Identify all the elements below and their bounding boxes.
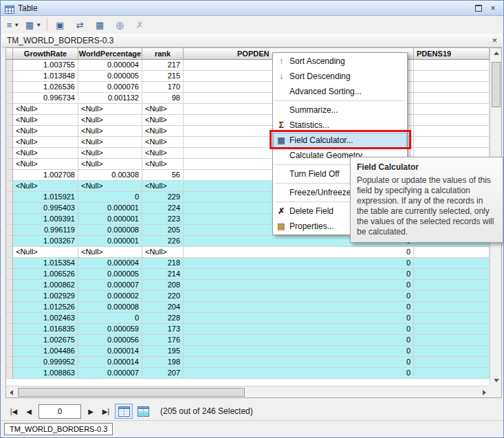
related-tables-button[interactable]: ▦▼ [23,17,43,33]
cell-popdens19[interactable] [414,258,490,269]
cell-worldpercentage[interactable]: <Null> [78,181,142,192]
row-selector[interactable] [6,181,13,192]
last-record-button[interactable]: ▶| [98,404,113,418]
cell-growthrate[interactable]: 1.013848 [13,71,78,82]
row-selector[interactable] [6,324,13,335]
cell-popden[interactable]: 0 [184,291,414,302]
bottom-tab-tm-world-borders[interactable]: TM_WORLD_BORDERS-0.3 [4,423,113,435]
table-row[interactable]: 1.003755 0.000004 217 [6,60,490,71]
cell-rank[interactable]: 204 [142,302,184,313]
cell-rank[interactable]: 195 [142,346,184,357]
table-row[interactable]: 1.004486 0.000014 195 0 [6,346,490,357]
row-selector[interactable] [6,93,13,104]
cell-growthrate[interactable]: 0.996734 [13,93,78,104]
cell-growthrate[interactable]: 1.000862 [13,280,78,291]
cell-growthrate[interactable]: 1.002463 [13,313,78,324]
cell-growthrate[interactable]: 1.003755 [13,60,78,71]
table-row[interactable]: 1.002675 0.000056 176 0 [6,335,490,346]
cell-popden[interactable]: 0 [184,280,414,291]
table-row[interactable]: 1.026536 0.000076 170 [6,82,490,93]
cell-growthrate[interactable]: 1.002708 [13,170,78,181]
cell-rank[interactable]: 226 [142,236,184,247]
table-row[interactable]: 1.016835 0.000059 173 0 [6,324,490,335]
close-table-icon[interactable]: × [492,35,497,45]
record-number-input[interactable] [39,404,81,419]
row-selector[interactable] [6,170,13,181]
table-row[interactable]: <Null> <Null> <Null> [6,104,490,115]
cell-worldpercentage[interactable]: 0.000059 [78,324,142,335]
table-row[interactable]: <Null> <Null> <Null> [6,137,490,148]
cell-popdens19[interactable] [414,302,490,313]
cell-worldpercentage[interactable]: 0.000007 [78,368,142,379]
cell-rank[interactable]: <Null> [142,148,184,159]
cell-popden[interactable]: 0 [184,335,414,346]
row-selector[interactable] [6,313,13,324]
cell-worldpercentage[interactable]: <Null> [78,159,142,170]
cell-popden[interactable]: 0 [184,357,414,368]
cell-worldpercentage[interactable]: 0.000004 [78,258,142,269]
cell-rank[interactable]: <Null> [142,247,184,258]
cell-rank[interactable]: 217 [142,60,184,71]
cell-rank[interactable]: <Null> [142,115,184,126]
row-selector[interactable] [6,126,13,137]
table-row[interactable]: <Null> <Null> <Null> [6,126,490,137]
cell-rank[interactable]: 56 [142,170,184,181]
row-selector[interactable] [6,60,13,71]
row-selector[interactable] [6,82,13,93]
cell-growthrate[interactable]: 1.002929 [13,291,78,302]
row-selector[interactable] [6,104,13,115]
zoom-to-selected-button[interactable]: ◎ [110,17,129,33]
cell-growthrate[interactable]: 1.009391 [13,214,78,225]
cell-popdens19[interactable] [414,335,490,346]
cell-rank[interactable]: <Null> [142,181,184,192]
switch-selection-button[interactable]: ⇄ [70,17,89,33]
cell-worldpercentage[interactable]: <Null> [78,104,142,115]
select-related-button[interactable]: ▣ [50,17,69,33]
cell-popden[interactable]: 0 [184,313,414,324]
row-selector[interactable] [6,137,13,148]
cell-popdens19[interactable] [414,247,490,258]
vertical-scroll-thumb[interactable] [492,62,501,107]
cell-worldpercentage[interactable]: 0.000008 [78,302,142,313]
cell-worldpercentage[interactable]: 0.000007 [78,280,142,291]
cell-worldpercentage[interactable]: <Null> [78,115,142,126]
cell-growthrate[interactable]: <Null> [13,115,78,126]
cell-worldpercentage[interactable]: <Null> [78,148,142,159]
cell-popdens19[interactable] [414,71,490,82]
cell-rank[interactable]: 223 [142,214,184,225]
cell-worldpercentage[interactable]: 0.000005 [78,269,142,280]
row-selector[interactable] [6,247,13,258]
cell-popden[interactable]: 0 [184,258,414,269]
cell-growthrate[interactable]: 1.002675 [13,335,78,346]
cell-growthrate[interactable]: 0.995403 [13,203,78,214]
cell-worldpercentage[interactable]: 0.000008 [78,225,142,236]
menu-item-sort-ascending[interactable]: ↑ Sort Ascending [273,54,407,69]
column-header-popdens19[interactable]: PDENS19 [414,48,490,60]
cell-worldpercentage[interactable]: <Null> [78,247,142,258]
row-selector[interactable] [6,115,13,126]
cell-rank[interactable]: 215 [142,71,184,82]
cell-popdens19[interactable] [414,269,490,280]
scroll-down-button[interactable] [491,375,501,386]
next-record-button[interactable]: ▶ [83,404,98,418]
row-selector[interactable] [6,291,13,302]
row-selector[interactable] [6,346,13,357]
cell-rank[interactable]: 207 [142,368,184,379]
table-row[interactable]: 1.002463 0 228 0 [6,313,490,324]
select-all-button[interactable]: ▦ [90,17,109,33]
cell-popdens19[interactable] [414,126,490,137]
row-selector[interactable] [6,302,13,313]
table-row[interactable]: 1.008863 0.000007 207 0 [6,368,490,379]
row-selector[interactable] [6,258,13,269]
table-row[interactable]: 1.013848 0.000005 215 [6,71,490,82]
row-selector[interactable] [6,203,13,214]
cell-worldpercentage[interactable]: 0.000001 [78,203,142,214]
cell-worldpercentage[interactable]: 0.000005 [78,71,142,82]
cell-popdens19[interactable] [414,280,490,291]
cell-growthrate[interactable]: <Null> [13,247,78,258]
cell-popdens19[interactable] [414,104,490,115]
cell-rank[interactable]: 198 [142,357,184,368]
row-selector[interactable] [6,280,13,291]
first-record-button[interactable]: |◀ [6,404,21,418]
table-row[interactable]: 0.996734 0.001132 98 [6,93,490,104]
